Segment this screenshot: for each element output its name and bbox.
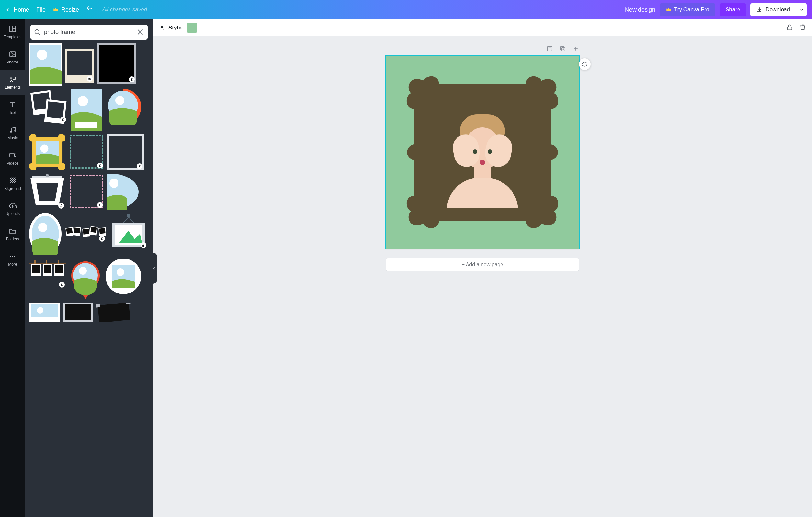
svg-rect-83: [98, 303, 130, 322]
svg-rect-85: [126, 303, 131, 304]
page-notes-button[interactable]: [547, 45, 553, 53]
result-frame-stamp-teal[interactable]: £: [69, 134, 104, 170]
result-frame-polaroid-small[interactable]: [65, 49, 94, 83]
results-scroll[interactable]: £ £ £: [25, 44, 153, 517]
add-page-button[interactable]: + Add a new page: [386, 258, 579, 271]
result-frame-partial-1[interactable]: [29, 303, 60, 322]
main: Templates Photos Elements Text Music Vid…: [0, 20, 812, 517]
result-frame-landscape-caption[interactable]: [70, 89, 102, 131]
result-frame-clothesline[interactable]: £: [29, 258, 66, 289]
rail-videos[interactable]: Videos: [0, 146, 25, 171]
more-icon: [9, 252, 17, 260]
rail-label: Elements: [4, 85, 21, 90]
paid-badge: £: [99, 236, 105, 242]
frame-thumb-icon: [29, 303, 60, 322]
music-icon: [9, 126, 17, 134]
download-button[interactable]: Download: [751, 3, 796, 16]
new-design-button[interactable]: New design: [625, 6, 655, 13]
sparkle-icon: [158, 25, 165, 31]
result-frame-white-thin[interactable]: £: [108, 134, 144, 170]
svg-rect-22: [67, 51, 92, 75]
svg-point-14: [35, 30, 39, 34]
result-frame-stamp-pink[interactable]: £: [69, 174, 104, 209]
top-bar-right: New design Try Canva Pro Share Download: [625, 3, 807, 16]
result-frame-partial-2[interactable]: [63, 303, 93, 322]
result-frame-square-black[interactable]: £: [97, 44, 136, 84]
result-frame-hanging[interactable]: £: [110, 213, 148, 249]
result-frame-landscape[interactable]: [29, 44, 62, 85]
framed-photo[interactable]: [426, 96, 539, 208]
svg-line-59: [128, 217, 134, 223]
top-bar: Home File Resize All changes saved New d…: [0, 0, 812, 20]
delete-button[interactable]: [799, 24, 806, 32]
svg-rect-69: [44, 265, 52, 273]
result-frame-oval[interactable]: [29, 213, 61, 254]
svg-point-46: [38, 223, 47, 232]
rail-more[interactable]: More: [0, 247, 25, 272]
rail-templates[interactable]: Templates: [0, 20, 25, 45]
background-color-swatch[interactable]: [187, 23, 197, 33]
rail-label: Photos: [6, 60, 19, 64]
svg-point-11: [10, 255, 11, 257]
rail-text[interactable]: Text: [0, 95, 25, 120]
rail-label: More: [8, 262, 17, 267]
result-frame-pin-red[interactable]: [69, 258, 102, 299]
result-frame-partial-3[interactable]: [96, 303, 132, 322]
resize-button[interactable]: Resize: [53, 6, 79, 13]
design-page[interactable]: [386, 56, 579, 249]
search-input[interactable]: [44, 29, 133, 36]
svg-point-8: [14, 131, 15, 132]
try-pro-label: Try Canva Pro: [674, 6, 709, 13]
unlock-icon: [786, 24, 793, 31]
canvas-area[interactable]: + Add a new page: [153, 36, 812, 517]
rail-uploads[interactable]: Uploads: [0, 196, 25, 222]
paid-badge: £: [97, 163, 103, 168]
home-button[interactable]: Home: [5, 6, 29, 13]
svg-point-74: [79, 267, 87, 275]
resize-label: Resize: [61, 6, 79, 13]
chevron-down-icon: [800, 7, 804, 12]
svg-rect-48: [66, 228, 72, 234]
result-frame-polaroid-strip[interactable]: £: [65, 223, 106, 243]
result-frame-circle-orange[interactable]: [105, 89, 141, 125]
undo-button[interactable]: [86, 5, 93, 14]
duplicate-page-button[interactable]: [559, 45, 566, 53]
result-frame-ornate-yellow[interactable]: [29, 134, 65, 170]
side-panel: £ £ £: [25, 20, 153, 517]
result-frame-white-trapezoid[interactable]: £: [29, 174, 65, 210]
svg-rect-70: [58, 261, 59, 265]
download-split-button: Download: [751, 3, 807, 16]
svg-point-35: [40, 144, 49, 153]
try-pro-button[interactable]: Try Canva Pro: [660, 3, 715, 16]
frame-thumb-icon: [70, 89, 102, 131]
regenerate-button[interactable]: [579, 58, 590, 70]
paid-badge: £: [129, 77, 135, 82]
download-icon: [756, 7, 762, 12]
rail-elements[interactable]: Elements: [0, 70, 25, 95]
share-button[interactable]: Share: [720, 3, 746, 16]
svg-point-4: [11, 53, 12, 54]
lock-button[interactable]: [786, 24, 793, 32]
rail-label: Uploads: [5, 212, 20, 216]
svg-rect-91: [560, 46, 564, 50]
frame-thumb-icon: [29, 134, 65, 170]
svg-rect-84: [96, 304, 100, 307]
search-icon: [34, 28, 41, 36]
download-caret[interactable]: [796, 3, 807, 16]
clear-search-button[interactable]: [136, 28, 144, 36]
rail-photos[interactable]: Photos: [0, 45, 25, 70]
top-bar-left: Home File Resize All changes saved: [5, 5, 147, 14]
add-page-button-icon[interactable]: [573, 45, 579, 53]
rail-background[interactable]: Bkground: [0, 171, 25, 196]
rail-music[interactable]: Music: [0, 120, 25, 146]
svg-rect-67: [46, 261, 47, 265]
result-frame-two-polaroids[interactable]: £: [29, 89, 67, 124]
result-frame-circle-cutout[interactable]: [105, 258, 142, 295]
collapse-side-panel[interactable]: [151, 253, 157, 284]
rail-folders[interactable]: Folders: [0, 222, 25, 247]
result-frame-half-circle[interactable]: [108, 174, 139, 210]
svg-rect-72: [55, 265, 63, 273]
style-button[interactable]: Style: [158, 25, 182, 31]
file-menu[interactable]: File: [36, 6, 46, 13]
svg-rect-3: [10, 52, 16, 57]
